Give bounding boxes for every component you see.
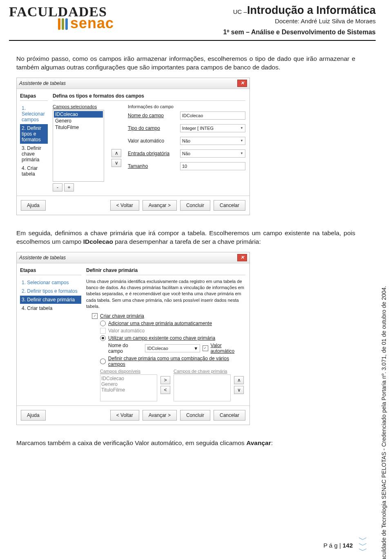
req-select[interactable]: Não▼ (180, 149, 245, 158)
list-item[interactable]: Genero (54, 118, 103, 124)
opt-combo-label: Definir chave primária como uma combinaç… (108, 356, 245, 367)
wizard-2-desc: Uma chave primária identifica exclusivam… (86, 278, 245, 310)
chevron-down-icon: ▼ (194, 346, 198, 351)
field-info-col: Informações do campo Nome do campoIDCole… (125, 104, 245, 192)
nome-input[interactable]: IDColecao (180, 111, 245, 120)
size-input[interactable]: 10 (180, 162, 245, 170)
opt-existing-field-label: Nome do campo (108, 343, 143, 354)
create-pk-label: Criar chave primária (100, 313, 144, 319)
wizard-2-buttons: Ajuda < Voltar Avançar > Concluir Cancel… (17, 405, 249, 425)
cancel-button[interactable]: Cancelar (214, 410, 245, 421)
wizard-2-titlebar: Assistente de tabelas ✕ (17, 252, 249, 263)
field-info-title: Informações do campo (125, 104, 245, 109)
cancel-button[interactable]: Cancelar (214, 200, 245, 211)
step-2[interactable]: 2. Definir tipos e formatos (20, 287, 81, 295)
wizard-2-subtitle: Definir chave primária (86, 267, 245, 275)
logo-bars-icon (58, 18, 68, 30)
pk-move-down-button[interactable]: ∨ (234, 386, 244, 394)
next-button[interactable]: Avançar > (143, 410, 177, 421)
available-fields-label: Campos disponíveis (100, 369, 157, 374)
logo-text-2: senac (58, 15, 156, 32)
paragraph-3: Marcamos também a caixa de verificação V… (16, 439, 355, 448)
chevron-down-icon: ▼ (240, 139, 243, 143)
available-fields-listbox: IDColecao Genero TituloFilme (100, 374, 157, 401)
wizard-1-title: Assistente de tabelas (19, 80, 66, 86)
req-label: Entrada obrigatória (128, 151, 177, 156)
page-number: P á g | 142 (323, 542, 353, 549)
wizard-1-buttons: Ajuda < Voltar Avançar > Concluir Cancel… (17, 196, 249, 215)
list-item[interactable]: TituloFilme (54, 124, 103, 131)
size-label: Tamanho (128, 163, 177, 169)
tipo-select[interactable]: Integer [ INTEG▼ (180, 124, 245, 132)
auto-label: Valor automático (128, 138, 177, 144)
reorder-buttons: ∧ ∨ (111, 149, 121, 192)
nome-label: Nome do campo (128, 113, 177, 118)
close-icon[interactable]: ✕ (237, 80, 247, 87)
steps-heading: Etapas (20, 93, 48, 101)
move-left-button[interactable]: < (160, 386, 170, 394)
move-field-buttons: > < (160, 369, 170, 401)
tipo-label: Tipo do campo (128, 125, 177, 131)
wizard-1-main: Defina os tipos e formatos dos campos Ca… (51, 89, 249, 196)
chevron-down-icon: ▼ (240, 126, 243, 130)
move-up-button[interactable]: ∧ (111, 149, 121, 157)
header-divider (9, 40, 376, 41)
step-2[interactable]: 2. Definir tipos e formatos (20, 124, 48, 144)
help-button[interactable]: Ajuda (21, 200, 46, 211)
wizard-1-steps: Etapas 1. Selecionar campos 2. Definir t… (17, 89, 51, 196)
uc-line: UC –Introdução a Informática (156, 4, 376, 17)
close-icon[interactable]: ✕ (237, 254, 247, 261)
opt-combo-radio[interactable] (100, 359, 106, 364)
auto-select[interactable]: Não▼ (180, 137, 245, 145)
docente-line: Docente: André Luiz Silva de Moraes (156, 18, 376, 24)
page-header: FACULDADES senac UC –Introdução a Inform… (0, 0, 392, 38)
paragraph-2: Em seguida, definimos a chave primária q… (16, 229, 355, 246)
add-field-button[interactable]: + (64, 183, 74, 192)
logo: FACULDADES senac (9, 4, 156, 36)
selected-fields-col: Campos selecionados IDColecao Genero Tit… (53, 104, 106, 192)
opt-existing-auto-label: Valor automático (211, 343, 245, 354)
selected-fields-listbox[interactable]: IDColecao Genero TituloFilme (53, 110, 104, 182)
move-down-button[interactable]: ∨ (111, 159, 121, 167)
selected-fields-label: Campos selecionados (53, 104, 106, 109)
page-footer: P á g | 142 ﹀﹀﹀ (323, 537, 368, 553)
list-item[interactable]: IDColecao (54, 111, 103, 118)
step-1[interactable]: 1. Selecionar campos (20, 104, 48, 124)
wizard-1-subtitle: Defina os tipos e formatos dos campos (53, 93, 245, 101)
create-pk-checkbox[interactable] (92, 313, 98, 319)
wizard-2-main: Definir chave primária Uma chave primári… (85, 263, 249, 405)
remove-field-button[interactable]: - (53, 183, 62, 192)
reorder-pk-buttons: ∧ ∨ (234, 369, 244, 401)
opt-existing-auto-checkbox[interactable] (203, 345, 208, 351)
pk-fields-label: Campos de chave primária (174, 369, 231, 374)
step-3[interactable]: 3. Definir chave primária (20, 296, 81, 304)
pk-fields-listbox (174, 374, 231, 401)
back-button[interactable]: < Voltar (110, 410, 139, 421)
available-fields: Campos disponíveis IDColecao Genero Titu… (100, 369, 157, 401)
opt-auto-label: Adicionar uma chave primária automaticam… (108, 321, 212, 326)
semestre-line: 1º sem – Análise e Desenvolvimento de Si… (156, 29, 376, 36)
wizard-2-window: Assistente de tabelas ✕ Etapas 1. Seleci… (16, 252, 250, 425)
finish-button[interactable]: Concluir (180, 200, 210, 211)
list-item: IDColecao (101, 376, 156, 381)
step-4[interactable]: 4. Criar tabela (20, 304, 81, 312)
opt-existing-field-select[interactable]: IDColecao▼ (145, 344, 200, 352)
wizard-2-steps: Etapas 1. Selecionar campos 2. Definir t… (17, 263, 85, 405)
opt-existing-radio[interactable] (100, 335, 106, 341)
step-1[interactable]: 1. Selecionar campos (20, 278, 81, 287)
wizard-1-window: Assistente de tabelas ✕ Etapas 1. Seleci… (16, 78, 250, 215)
opt-auto-radio[interactable] (100, 321, 106, 326)
pk-move-up-button[interactable]: ∧ (234, 376, 244, 384)
move-right-button[interactable]: > (160, 376, 170, 384)
back-button[interactable]: < Voltar (110, 200, 139, 211)
list-item: Genero (101, 381, 156, 387)
next-button[interactable]: Avançar > (143, 200, 177, 211)
step-3[interactable]: 3. Definir chave primária (20, 144, 48, 164)
side-credentials-text: Faculdade de Tecnologia SENAC PELOTAS - … (381, 286, 387, 559)
list-item: TituloFilme (101, 387, 156, 393)
chevrons-down-icon: ﹀﹀﹀ (359, 537, 368, 553)
pk-fields: Campos de chave primária (174, 369, 231, 401)
help-button[interactable]: Ajuda (21, 410, 46, 421)
finish-button[interactable]: Concluir (180, 410, 210, 421)
step-4[interactable]: 4. Criar tabela (20, 164, 48, 178)
